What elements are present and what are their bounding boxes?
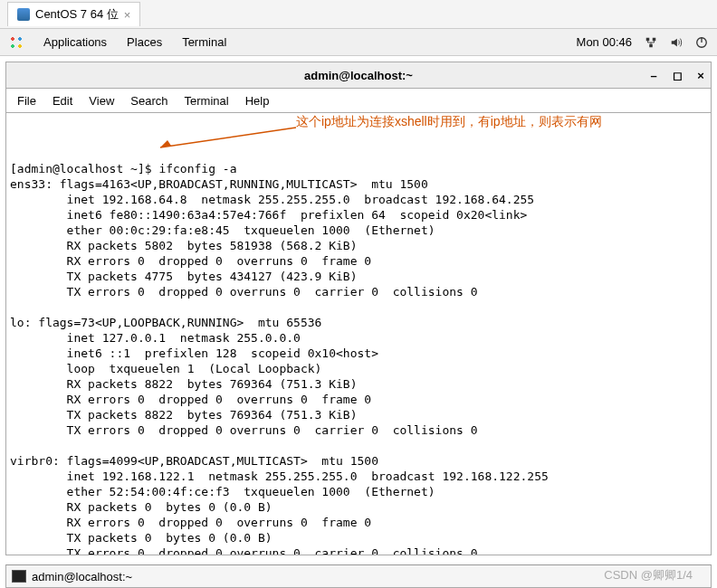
svg-rect-1	[653, 37, 656, 41]
minimize-button[interactable]: –	[647, 69, 660, 81]
terminal-icon[interactable]	[12, 570, 26, 583]
taskbar-title[interactable]: admin@localhost:~	[32, 570, 132, 583]
vm-tab-title: CentOS 7 64 位	[35, 6, 119, 23]
watermark: CSDN @卿卿1/4	[604, 567, 693, 583]
svg-rect-2	[649, 43, 653, 47]
menu-applications[interactable]: Applications	[43, 35, 107, 49]
terminal-title: admin@localhost:~	[304, 69, 413, 82]
network-icon[interactable]	[645, 36, 657, 49]
annotation-text: 这个ip地址为连接xshell时用到，有ip地址，则表示有网	[296, 113, 703, 129]
terminal-command: ifconfig -a	[158, 162, 236, 175]
gnome-right: Mon 00:46	[577, 35, 708, 49]
maximize-button[interactable]: ◻	[671, 69, 684, 81]
power-icon[interactable]	[695, 36, 708, 49]
activities-icon[interactable]	[9, 35, 24, 50]
terminal-menubar: File Edit View Search Terminal Help	[5, 89, 712, 112]
menu-file[interactable]: File	[17, 94, 36, 108]
terminal-body[interactable]: 这个ip地址为连接xshell时用到，有ip地址，则表示有网 [admin@lo…	[5, 112, 712, 555]
menu-help[interactable]: Help	[245, 94, 270, 108]
svg-line-9	[160, 128, 296, 147]
terminal-titlebar[interactable]: admin@localhost:~ – ◻ ×	[5, 62, 712, 89]
vm-tab-bar: CentOS 7 64 位 ×	[0, 0, 717, 29]
svg-rect-0	[646, 37, 650, 41]
terminal-prompt: [admin@localhost ~]$	[10, 162, 158, 175]
vm-icon	[17, 8, 30, 21]
close-icon[interactable]: ×	[124, 8, 131, 22]
volume-icon[interactable]	[670, 36, 683, 49]
menu-view[interactable]: View	[89, 94, 114, 108]
menu-terminal[interactable]: Terminal	[182, 35, 226, 49]
menu-edit[interactable]: Edit	[53, 94, 72, 108]
menu-places[interactable]: Places	[127, 35, 162, 49]
close-button[interactable]: ×	[694, 69, 707, 81]
terminal-output: ens33: flags=4163<UP,BROADCAST,RUNNING,M…	[10, 176, 707, 555]
gnome-left: Applications Places Terminal	[9, 35, 226, 50]
taskbar: admin@localhost:~ CSDN @卿卿1/4	[5, 564, 712, 588]
gnome-top-bar: Applications Places Terminal Mon 00:46	[0, 29, 717, 56]
vm-tab[interactable]: CentOS 7 64 位 ×	[7, 2, 140, 26]
clock[interactable]: Mon 00:46	[577, 35, 632, 49]
menu-search[interactable]: Search	[130, 94, 167, 108]
window-controls: – ◻ ×	[647, 69, 707, 81]
svg-marker-10	[160, 140, 171, 147]
annotation-arrow-icon	[151, 126, 305, 153]
menu-terminal[interactable]: Terminal	[185, 94, 229, 108]
